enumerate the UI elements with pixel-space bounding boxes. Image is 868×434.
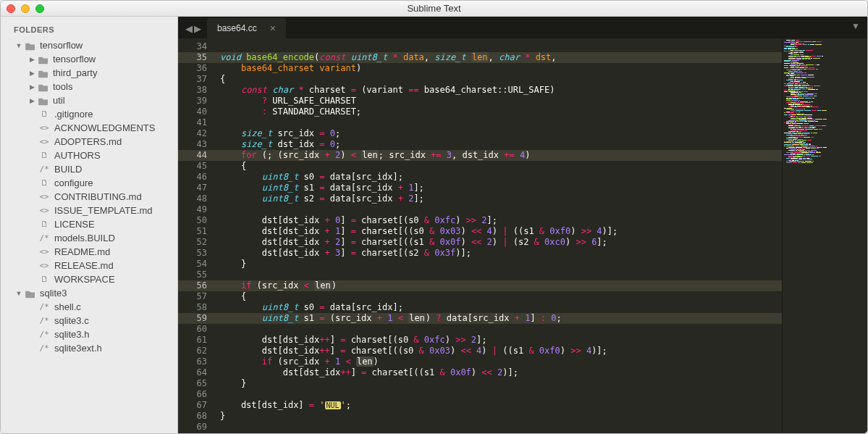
file-item-authors[interactable]: 🗋AUTHORS: [1, 149, 177, 162]
folder-item-tools[interactable]: ▶tools: [1, 80, 177, 93]
tab-close-icon[interactable]: ×: [270, 22, 276, 34]
tab-base64[interactable]: base64.cc ×: [207, 18, 286, 38]
code-line[interactable]: ? URL_SAFE_CHARSET: [220, 96, 782, 107]
tree-item-label: sqlite3.h: [54, 329, 89, 340]
code-line[interactable]: uint8_t s0 = data[src_idx];: [220, 172, 782, 183]
folder-item-tensorflow[interactable]: ▼tensorflow: [1, 38, 177, 52]
code-line[interactable]: if (src_idx + 1 < len): [220, 356, 782, 367]
code-line[interactable]: [220, 324, 782, 335]
file-item-release-md[interactable]: <>RELEASE.md: [1, 259, 177, 272]
disclosure-triangle-icon[interactable]: ▶: [27, 83, 37, 91]
code-line[interactable]: [220, 422, 782, 433]
code-line[interactable]: [220, 270, 782, 280]
line-number: 46: [181, 172, 207, 183]
line-number: 62: [181, 346, 207, 356]
file-item-contributing-md[interactable]: <>CONTRIBUTING.md: [1, 190, 177, 204]
tab-label: base64.cc: [217, 23, 257, 33]
code-line[interactable]: uint8_t s0 = data[src_idx];: [220, 302, 782, 313]
code-line[interactable]: size_t src_idx = 0;: [220, 128, 782, 139]
nav-back-icon[interactable]: ◀: [185, 23, 193, 34]
code-line[interactable]: uint8_t s1 = data[src_idx + 1];: [220, 183, 782, 193]
file-item-license[interactable]: 🗋LICENSE: [1, 217, 177, 231]
window-title: Sublime Text: [7, 3, 861, 14]
code-line[interactable]: }: [220, 411, 782, 422]
code-line[interactable]: if (src_idx < len): [213, 280, 782, 291]
folder-tree: ▼tensorflow▶tensorflow▶third_party▶tools…: [1, 38, 177, 355]
code-content[interactable]: void base64_encode(const uint8_t * data,…: [213, 38, 782, 433]
tree-item-label: WORKSPACE: [54, 274, 115, 285]
code-line[interactable]: dst[dst_idx++] = charset[((s0 & 0x03) <<…: [220, 346, 782, 356]
file-item-readme-md[interactable]: <>README.md: [1, 245, 177, 259]
code-line[interactable]: {: [220, 74, 782, 85]
line-number: 57: [181, 291, 207, 302]
code-line[interactable]: size_t dst_idx = 0;: [220, 139, 782, 150]
line-number: 45: [181, 161, 207, 172]
maximize-button[interactable]: [35, 4, 44, 13]
code-line[interactable]: : STANDARD_CHARSET;: [220, 107, 782, 117]
code-line[interactable]: dst[dst_idx + 1] = charset[((s0 & 0x03) …: [220, 226, 782, 237]
line-number: 67: [181, 400, 207, 411]
file-item--gitignore[interactable]: 🗋.gitignore: [1, 107, 177, 121]
folder-icon: [37, 81, 50, 92]
code-line[interactable]: dst[dst_idx + 3] = charset[(s2 & 0x3f)];: [220, 248, 782, 259]
tree-item-label: README.md: [54, 246, 110, 257]
minimize-button[interactable]: [21, 4, 30, 13]
line-number: 41: [181, 117, 207, 128]
code-line[interactable]: uint8_t s1 = (src_idx + 1 < len) ? data[…: [213, 313, 782, 324]
line-number: 59: [178, 313, 213, 324]
disclosure-triangle-icon[interactable]: ▶: [27, 56, 37, 63]
minimap[interactable]: [782, 38, 867, 433]
code-line[interactable]: [220, 204, 782, 215]
code-line[interactable]: for (; (src_idx + 2) < len; src_idx += 3…: [213, 150, 782, 161]
file-item-workspace[interactable]: 🗋WORKSPACE: [1, 272, 177, 286]
code-line[interactable]: base64_charset variant): [220, 63, 782, 74]
file-item-sqlite3ext-h[interactable]: /*sqlite3ext.h: [1, 341, 177, 355]
file-icon: <>: [37, 261, 51, 270]
disclosure-triangle-icon[interactable]: ▼: [14, 42, 24, 49]
tabstrip-menu-icon[interactable]: ▼: [851, 21, 860, 31]
file-item-sqlite3-h[interactable]: /*sqlite3.h: [1, 327, 177, 341]
nav-forward-icon[interactable]: ▶: [194, 23, 201, 34]
disclosure-triangle-icon[interactable]: ▶: [27, 70, 37, 77]
code-line[interactable]: dst[dst_idx++] = charset[((s1 & 0x0f) <<…: [220, 367, 782, 378]
code-line[interactable]: {: [220, 161, 782, 172]
line-gutter[interactable]: 3435363738394041424344454647484950515253…: [178, 38, 213, 433]
sidebar[interactable]: FOLDERS ▼tensorflow▶tensorflow▶third_par…: [1, 17, 178, 433]
code-line[interactable]: {: [220, 291, 782, 302]
file-item-acknowledgments[interactable]: <>ACKNOWLEDGMENTS: [1, 121, 177, 135]
folder-icon: [37, 54, 50, 64]
file-item-sqlite3-c[interactable]: /*sqlite3.c: [1, 314, 177, 327]
line-number: 49: [181, 204, 207, 215]
folder-item-tensorflow[interactable]: ▶tensorflow: [1, 52, 177, 66]
code-line[interactable]: }: [220, 259, 782, 270]
code-line[interactable]: void base64_encode(const uint8_t * data,…: [213, 52, 782, 63]
file-icon: 🗋: [37, 220, 51, 229]
close-button[interactable]: [7, 4, 15, 13]
tree-item-label: .gitignore: [54, 109, 93, 120]
code-line[interactable]: uint8_t s2 = data[src_idx + 2];: [220, 193, 782, 204]
file-item-configure[interactable]: 🗋configure: [1, 176, 177, 190]
code-line[interactable]: }: [220, 378, 782, 389]
file-item-models-build[interactable]: /*models.BUILD: [1, 231, 177, 245]
disclosure-triangle-icon[interactable]: ▼: [14, 290, 24, 297]
file-item-shell-c[interactable]: /*shell.c: [1, 300, 177, 314]
code-line[interactable]: [220, 389, 782, 400]
editor-area: ◀ ▶ base64.cc × ▼ 3435363738394041424344…: [178, 17, 867, 433]
folder-item-sqlite3[interactable]: ▼sqlite3: [1, 286, 177, 300]
code-line[interactable]: dst[dst_idx] = 'NUL';: [220, 400, 782, 411]
code-line[interactable]: [220, 41, 782, 52]
tree-item-label: LICENSE: [54, 219, 95, 230]
code-line[interactable]: const char * charset = (variant == base6…: [220, 85, 782, 96]
code-line[interactable]: [220, 117, 782, 128]
folder-icon: [24, 288, 37, 299]
folder-item-util[interactable]: ▶util: [1, 93, 177, 107]
folder-item-third-party[interactable]: ▶third_party: [1, 66, 177, 80]
disclosure-triangle-icon[interactable]: ▶: [27, 97, 37, 104]
line-number: 69: [181, 422, 207, 433]
file-item-build[interactable]: /*BUILD: [1, 162, 177, 176]
code-line[interactable]: dst[dst_idx + 0] = charset[(s0 & 0xfc) >…: [220, 215, 782, 226]
code-line[interactable]: dst[dst_idx++] = charset[(s0 & 0xfc) >> …: [220, 335, 782, 346]
file-item-adopters-md[interactable]: <>ADOPTERS.md: [1, 135, 177, 149]
code-line[interactable]: dst[dst_idx + 2] = charset[((s1 & 0x0f) …: [220, 237, 782, 248]
file-item-issue-template-md[interactable]: <>ISSUE_TEMPLATE.md: [1, 204, 177, 217]
